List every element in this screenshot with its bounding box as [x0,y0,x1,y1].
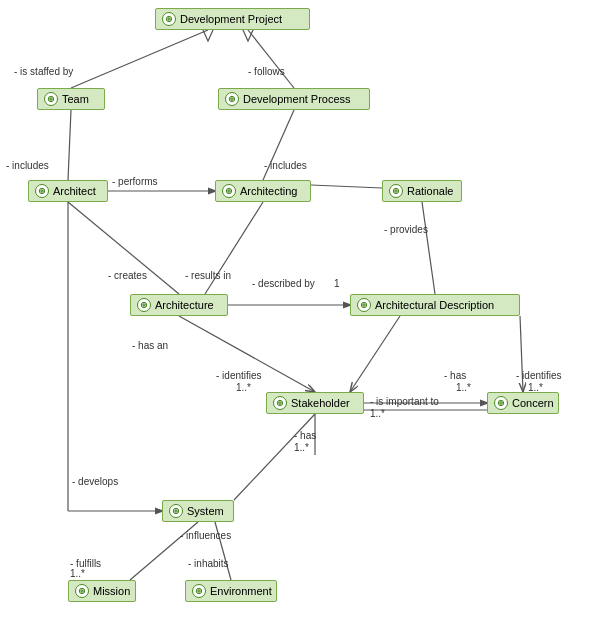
label-mult-1star-3: 1..* [456,382,471,393]
node-stakeholder: ⊕Stakeholder [266,392,364,414]
node-icon-rationale: ⊕ [389,184,403,198]
node-label-architecture: Architecture [155,299,214,311]
node-label-mission: Mission [93,585,130,597]
node-team: ⊕Team [37,88,105,110]
label-mult-1star-4: 1..* [528,382,543,393]
node-label-stakeholder: Stakeholder [291,397,350,409]
node-label-architect: Architect [53,185,96,197]
svg-line-2 [68,110,71,180]
node-icon-dev-project: ⊕ [162,12,176,26]
node-label-team: Team [62,93,89,105]
node-arch-desc: ⊕Architectural Description [350,294,520,316]
label-includes-2: - includes [264,160,307,171]
svg-line-21 [234,414,315,500]
node-icon-mission: ⊕ [75,584,89,598]
node-label-concern: Concern [512,397,554,409]
node-label-arch-desc: Architectural Description [375,299,494,311]
diagram-container: ⊕Development Project⊕Team⊕Development Pr… [0,0,600,623]
label-includes-1: - includes [6,160,49,171]
node-icon-environment: ⊕ [192,584,206,598]
node-icon-system: ⊕ [169,504,183,518]
node-concern: ⊕Concern [487,392,559,414]
label-has-2: - has [294,430,316,441]
node-architecture: ⊕Architecture [130,294,228,316]
svg-line-1 [248,30,294,88]
node-icon-architect: ⊕ [35,184,49,198]
node-icon-stakeholder: ⊕ [273,396,287,410]
node-label-system: System [187,505,224,517]
node-icon-dev-process: ⊕ [225,92,239,106]
svg-line-5 [311,185,382,188]
svg-line-11 [350,316,400,392]
node-icon-concern: ⊕ [494,396,508,410]
label-creates: - creates [108,270,147,281]
label-described-by: - described by [252,278,315,289]
node-icon-team: ⊕ [44,92,58,106]
node-mission: ⊕Mission [68,580,136,602]
node-architect: ⊕Architect [28,180,108,202]
label-develops: - develops [72,476,118,487]
label-multiplicity-1: 1 [334,278,340,289]
label-identifies-1: - identifies [216,370,262,381]
label-results-in: - results in [185,270,231,281]
node-label-rationale: Rationale [407,185,453,197]
svg-line-6 [422,202,435,294]
label-mult-1star-2: 1..* [370,408,385,419]
node-environment: ⊕Environment [185,580,277,602]
label-mult-1star-5: 1..* [294,442,309,453]
label-performs: - performs [112,176,158,187]
node-rationale: ⊕Rationale [382,180,462,202]
label-influences: - influences [180,530,231,541]
node-icon-architecting: ⊕ [222,184,236,198]
node-dev-project: ⊕Development Project [155,8,310,30]
node-icon-architecture: ⊕ [137,298,151,312]
node-dev-process: ⊕Development Process [218,88,370,110]
label-staffed-by: - is staffed by [14,66,73,77]
label-has-1: - has [444,370,466,381]
node-label-architecting: Architecting [240,185,297,197]
node-label-dev-process: Development Process [243,93,351,105]
node-label-dev-project: Development Project [180,13,282,25]
label-has-an: - has an [132,340,168,351]
node-label-environment: Environment [210,585,272,597]
label-mult-1star-1: 1..* [236,382,251,393]
svg-line-0 [71,30,208,88]
label-mult-fulfills: 1..* [70,568,85,579]
label-inhabits: - inhabits [188,558,229,569]
label-provides: - provides [384,224,428,235]
label-follows: - follows [248,66,285,77]
node-system: ⊕System [162,500,234,522]
node-architecting: ⊕Architecting [215,180,311,202]
label-important-to: - is important to [370,396,439,407]
node-icon-arch-desc: ⊕ [357,298,371,312]
label-identifies-2: - identifies [516,370,562,381]
